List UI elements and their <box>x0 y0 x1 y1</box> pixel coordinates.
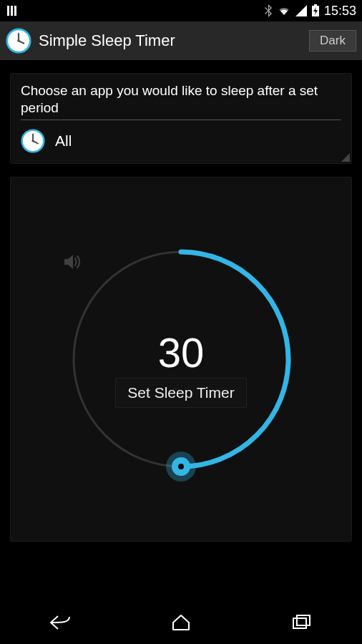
app-clock-icon <box>6 28 31 54</box>
app-chooser-card: Choose an app you would like to sleep af… <box>10 73 352 164</box>
wifi-icon <box>277 5 291 16</box>
set-sleep-timer-button[interactable]: Set Sleep Timer <box>115 378 246 408</box>
nav-home-button[interactable] <box>152 608 210 637</box>
svg-rect-16 <box>293 618 306 628</box>
selected-app-label: All <box>55 132 72 150</box>
status-left <box>6 4 19 17</box>
dial-center: 30 Set Sleep Timer <box>63 241 299 477</box>
timer-card: 30 Set Sleep Timer <box>10 177 352 542</box>
nav-recent-button[interactable] <box>273 608 331 637</box>
svg-rect-17 <box>297 615 310 625</box>
timer-minutes: 30 <box>158 332 205 374</box>
selected-app-row[interactable]: All <box>21 127 341 155</box>
app-title: Simple Sleep Timer <box>39 31 302 50</box>
svg-point-9 <box>17 39 20 42</box>
chooser-prompt: Choose an app you would like to sleep af… <box>21 82 341 120</box>
status-time: 15:53 <box>324 4 356 19</box>
battery-charging-icon <box>311 4 320 17</box>
status-right: 15:53 <box>264 4 356 19</box>
navigation-bar <box>0 601 362 644</box>
action-bar: Simple Sleep Timer Dark <box>0 21 362 60</box>
cell-signal-icon <box>295 5 307 16</box>
svg-rect-2 <box>14 6 16 16</box>
svg-rect-4 <box>314 4 317 6</box>
svg-rect-1 <box>11 6 13 16</box>
dial-knob[interactable] <box>172 457 190 476</box>
selected-app-clock-icon <box>21 129 45 153</box>
status-bar: 15:53 <box>0 0 362 21</box>
volume-icon[interactable] <box>63 253 84 271</box>
nav-back-button[interactable] <box>31 608 89 637</box>
resize-handle-icon[interactable] <box>341 153 350 162</box>
bluetooth-icon <box>264 4 273 17</box>
svg-point-14 <box>31 140 34 142</box>
theme-toggle-button[interactable]: Dark <box>309 30 356 52</box>
svg-rect-0 <box>7 6 9 16</box>
timer-dial[interactable]: 30 Set Sleep Timer <box>63 241 299 477</box>
notification-icon <box>6 4 19 17</box>
